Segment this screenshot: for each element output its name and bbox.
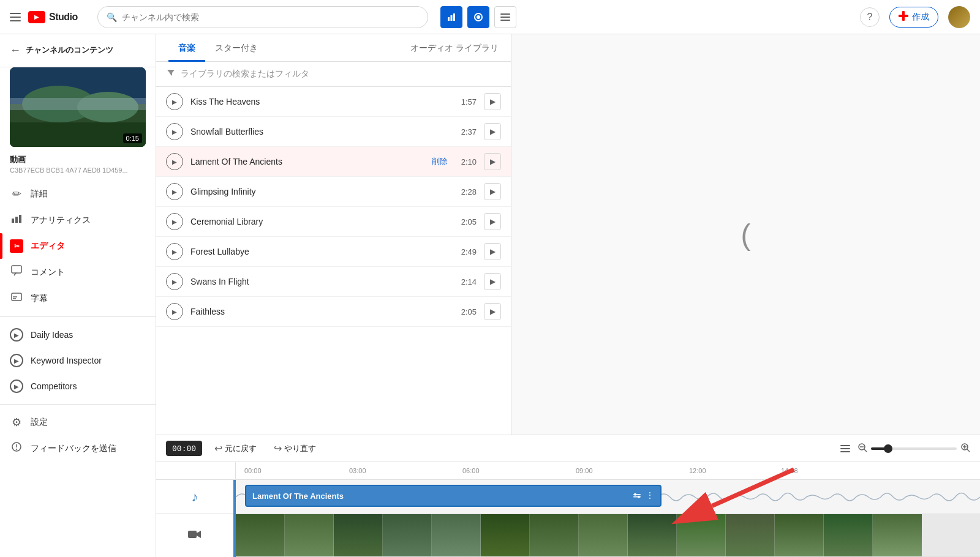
hamburger-menu[interactable] — [10, 13, 21, 21]
play-button-5[interactable]: ▶ — [166, 213, 183, 230]
ruler-mark-5: 14:18 — [781, 467, 798, 474]
tab-starred[interactable]: スター付き — [205, 34, 268, 62]
create-label: 作成 — [912, 12, 929, 23]
sidebar-item-details[interactable]: ✏ 詳細 — [0, 181, 156, 207]
sidebar-item-editor-label: エディタ — [31, 241, 65, 252]
sidebar-item-subtitles[interactable]: 字幕 — [0, 285, 156, 312]
zoom-in-icon[interactable] — [960, 443, 970, 455]
track-duration-8: 2:05 — [455, 307, 477, 316]
nav-logo[interactable]: Studio — [28, 11, 78, 23]
audio-track-list: ▶ Kiss The Heavens 1:57 ▶ ▶ Snowfall But… — [156, 87, 511, 435]
sidebar-item-daily-ideas[interactable]: ▶ Daily Ideas — [0, 322, 156, 348]
svg-rect-1 — [450, 15, 452, 21]
channel-title: チャンネルのコンテンツ — [26, 45, 113, 56]
track-more-5[interactable]: ▶ — [484, 213, 501, 230]
svg-line-33 — [967, 449, 970, 452]
sidebar: ← チャンネルのコンテンツ 0:15 動画 C3B77ECB BCB1 4A77… — [0, 34, 156, 557]
audio-item-7[interactable]: ▶ Swans In Flight 2:14 ▶ — [156, 267, 511, 297]
sidebar-item-comments[interactable]: コメント — [0, 259, 156, 285]
svg-rect-5 — [500, 13, 510, 15]
timeline-menu-btn[interactable] — [840, 445, 850, 452]
track-more-8[interactable]: ▶ — [484, 303, 501, 320]
track-more-6[interactable]: ▶ — [484, 243, 501, 260]
audio-tabs: 音楽 スター付き オーディオ ライブラリ — [156, 34, 511, 62]
video-thumb-2 — [285, 514, 334, 556]
video-thumbnail[interactable]: 0:15 — [10, 67, 146, 147]
sidebar-item-editor[interactable]: ✂ エディタ — [0, 233, 156, 259]
help-button[interactable]: ? — [860, 7, 880, 27]
svg-rect-0 — [448, 17, 450, 21]
play-button-3[interactable]: ▶ — [166, 153, 183, 170]
audio-item-6[interactable]: ▶ Forest Lullabye 2:49 ▶ — [156, 237, 511, 267]
circle-tool-btn[interactable] — [467, 6, 489, 28]
search-input[interactable] — [122, 12, 419, 22]
play-button-7[interactable]: ▶ — [166, 273, 183, 290]
chart-tool-btn[interactable] — [440, 6, 462, 28]
audio-item-3[interactable]: ▶ Lament Of The Ancients 削除 2:10 ▶ — [156, 147, 511, 177]
svg-rect-28 — [840, 451, 850, 452]
sidebar-item-competitors-label: Competitors — [31, 381, 77, 391]
audio-item-8[interactable]: ▶ Faithless 2:05 ▶ — [156, 297, 511, 327]
undo-button[interactable]: ↩ 元に戻す — [209, 440, 262, 457]
video-track-label — [156, 514, 233, 557]
track-duration-5: 2:05 — [455, 217, 477, 226]
track-more-2[interactable]: ▶ — [484, 123, 501, 140]
play-button-6[interactable]: ▶ — [166, 243, 183, 260]
sidebar-item-keyword-inspector[interactable]: ▶ Keyword Inspector — [0, 348, 156, 373]
track-more-1[interactable]: ▶ — [484, 93, 501, 110]
sidebar-item-competitors[interactable]: ▶ Competitors — [0, 373, 156, 399]
audio-track: Lament Of The Ancients ⋮ — [236, 480, 980, 514]
redo-button[interactable]: ↪ やり直す — [269, 440, 321, 457]
play-button-4[interactable]: ▶ — [166, 183, 183, 200]
track-delete-3[interactable]: 削除 — [432, 156, 448, 167]
play-button-8[interactable]: ▶ — [166, 303, 183, 320]
zoom-out-icon[interactable] — [858, 443, 867, 455]
video-duration-badge: 0:15 — [123, 133, 142, 143]
audio-clip-block[interactable]: Lament Of The Ancients ⋮ — [245, 485, 662, 507]
create-button[interactable]: 作成 — [889, 7, 938, 28]
track-title-5: Ceremonial Library — [190, 217, 448, 226]
track-title-1: Kiss The Heavens — [190, 97, 448, 107]
video-thumbnail-strip — [236, 514, 980, 556]
svg-rect-18 — [19, 215, 21, 223]
editor-toolbar: 00:00 ↩ 元に戻す ↪ やり直す — [156, 435, 980, 462]
audio-item-5[interactable]: ▶ Ceremonial Library 2:05 ▶ — [156, 207, 511, 237]
zoom-slider[interactable] — [871, 447, 957, 450]
toolbar-right — [840, 443, 970, 455]
audio-item-2[interactable]: ▶ Snowfall Butterflies 2:37 ▶ — [156, 117, 511, 147]
audio-item-4[interactable]: ▶ Glimpsing Infinity 2:28 ▶ — [156, 177, 511, 207]
back-button[interactable]: ← — [10, 44, 21, 57]
audio-track-label: ♪ — [156, 480, 233, 514]
clip-menu-btn[interactable]: ⋮ — [646, 490, 654, 502]
track-duration-1: 1:57 — [455, 97, 477, 107]
studio-logo-text: Studio — [49, 12, 78, 23]
tab-music[interactable]: 音楽 — [168, 34, 205, 62]
play-button-1[interactable]: ▶ — [166, 93, 183, 110]
editor-icon: ✂ — [10, 239, 23, 253]
sidebar-item-settings[interactable]: ⚙ 設定 — [0, 409, 156, 435]
daily-ideas-circle: ▶ — [10, 328, 23, 342]
audio-search-placeholder[interactable]: ライブラリの検索またはフィルタ — [181, 69, 309, 80]
user-avatar[interactable] — [948, 6, 970, 28]
audio-search-bar: ライブラリの検索またはフィルタ — [156, 62, 511, 87]
zoom-slider-thumb — [884, 444, 892, 453]
svg-rect-15 — [10, 98, 146, 110]
track-more-4[interactable]: ▶ — [484, 183, 501, 200]
menu-tool-btn[interactable] — [494, 6, 516, 28]
video-thumb-12 — [775, 514, 824, 556]
sidebar-item-feedback[interactable]: フィードバックを送信 — [0, 435, 156, 462]
audio-item-1[interactable]: ▶ Kiss The Heavens 1:57 ▶ — [156, 87, 511, 117]
sidebar-item-analytics[interactable]: アナリティクス — [0, 207, 156, 233]
track-more-3[interactable]: ▶ — [484, 153, 501, 170]
feedback-icon — [10, 441, 23, 455]
track-more-7[interactable]: ▶ — [484, 273, 501, 290]
video-track — [236, 514, 980, 557]
settings-icon: ⚙ — [10, 416, 23, 429]
play-button-2[interactable]: ▶ — [166, 123, 183, 140]
tab-library[interactable]: オーディオ ライブラリ — [401, 34, 499, 61]
svg-marker-37 — [197, 531, 201, 538]
video-thumb-9 — [628, 514, 677, 556]
clip-adjust-btn[interactable] — [632, 490, 642, 502]
track-labels: ♪ — [156, 480, 236, 557]
sidebar-channel-header: ← チャンネルのコンテンツ — [0, 34, 156, 67]
